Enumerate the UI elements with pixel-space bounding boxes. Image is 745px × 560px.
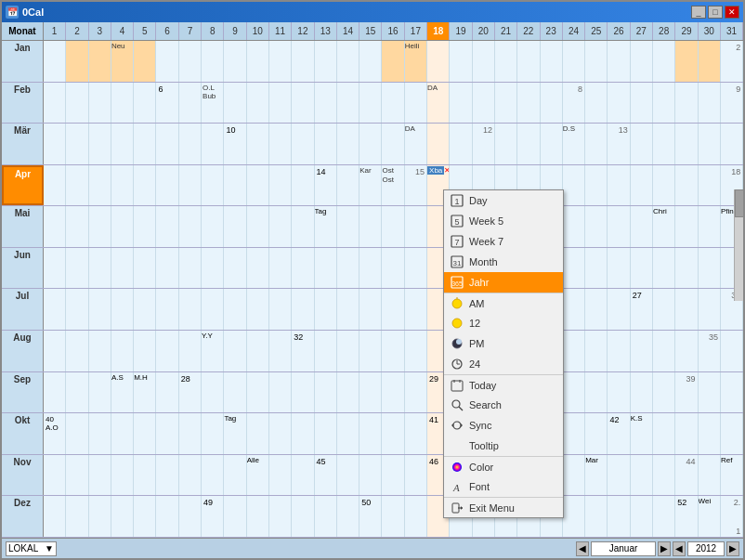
cell-feb-15[interactable] (359, 83, 382, 124)
cell-aug-2[interactable] (66, 331, 88, 371)
cell-mar-20[interactable]: 12 (473, 124, 495, 164)
cell-dez-8[interactable]: 49 (202, 496, 224, 537)
cell-feb-22[interactable] (517, 83, 540, 124)
cell-apr-30[interactable] (699, 165, 721, 206)
cell-mai-15[interactable] (359, 206, 382, 247)
cell-jul-2[interactable] (66, 289, 88, 330)
cell-jul-26[interactable] (608, 289, 630, 330)
cell-mai-3[interactable] (89, 206, 111, 247)
cell-aug-5[interactable] (134, 331, 156, 371)
cell-feb-20[interactable] (473, 83, 495, 124)
cell-aug-3[interactable] (89, 331, 111, 371)
cell-feb-12[interactable] (292, 83, 314, 124)
cell-jan-8[interactable] (202, 41, 224, 82)
cell-sep-9[interactable] (224, 372, 246, 413)
cell-dez-1[interactable] (44, 496, 66, 537)
cell-feb-21[interactable] (495, 83, 517, 124)
cell-mai-12[interactable] (292, 206, 314, 247)
cell-dez-7[interactable] (179, 496, 202, 537)
cell-mar-16[interactable] (382, 124, 404, 164)
cell-dez-16[interactable] (382, 496, 404, 537)
cell-jan-6[interactable] (156, 41, 178, 82)
cell-apr-7[interactable] (179, 165, 202, 206)
cell-jan-21[interactable] (495, 41, 517, 82)
cell-dez-3[interactable] (89, 496, 111, 537)
cell-jan-17[interactable]: Heili (405, 41, 427, 82)
cell-mai-7[interactable] (179, 206, 202, 247)
cell-sep-6[interactable] (156, 372, 178, 413)
cell-aug-17[interactable] (405, 331, 427, 371)
cell-jul-15[interactable] (359, 289, 382, 330)
year-prev-button[interactable]: ◀ (673, 541, 686, 556)
cell-okt-29[interactable] (675, 413, 698, 454)
cell-jan-28[interactable] (653, 41, 675, 82)
cell-dez-5[interactable] (134, 496, 156, 537)
cell-sep-4[interactable]: A.S (111, 372, 134, 413)
cell-mar-19[interactable] (450, 124, 472, 164)
cell-aug-31[interactable] (721, 331, 743, 371)
cell-jan-27[interactable] (631, 41, 653, 82)
cell-okt-14[interactable] (337, 413, 359, 454)
cell-apr-14[interactable] (337, 165, 359, 206)
cell-mar-29[interactable] (675, 124, 698, 164)
cell-mar-14[interactable] (337, 124, 359, 164)
cell-jul-17[interactable] (405, 289, 427, 330)
cell-apr-9[interactable] (224, 165, 246, 206)
cell-dez-14[interactable] (337, 496, 359, 537)
cell-mai-30[interactable] (699, 206, 721, 247)
cell-aug-11[interactable] (269, 331, 292, 371)
cell-jun-10[interactable] (247, 248, 269, 289)
cell-okt-26[interactable]: 42 (608, 413, 630, 454)
cell-dez-6[interactable] (156, 496, 178, 537)
cell-nov-11[interactable] (269, 455, 292, 496)
cell-jun-24[interactable] (563, 248, 585, 289)
cell-dez-11[interactable] (269, 496, 292, 537)
cell-nov-3[interactable] (89, 455, 111, 496)
cell-feb-1[interactable] (44, 83, 66, 124)
year-next-button[interactable]: ▶ (726, 541, 739, 556)
context-menu-scrollbar[interactable] (734, 189, 743, 301)
cell-jan-9[interactable] (224, 41, 246, 82)
cell-jan-14[interactable] (337, 41, 359, 82)
cell-mar-3[interactable] (89, 124, 111, 164)
cell-jun-8[interactable] (202, 248, 224, 289)
cell-jan-11[interactable] (269, 41, 292, 82)
cell-sep-31[interactable] (721, 372, 743, 413)
cell-mai-17[interactable] (405, 206, 427, 247)
cell-feb-3[interactable] (89, 83, 111, 124)
cell-okt-9[interactable]: Tag (224, 413, 246, 454)
cell-nov-27[interactable] (631, 455, 653, 496)
cell-mar-30[interactable] (699, 124, 721, 164)
cell-jan-13[interactable] (315, 41, 337, 82)
cell-okt-1[interactable]: 40A.O (44, 413, 66, 454)
cell-nov-16[interactable] (382, 455, 404, 496)
cell-nov-15[interactable] (359, 455, 382, 496)
cell-mai-14[interactable] (337, 206, 359, 247)
cell-jun-9[interactable] (224, 248, 246, 289)
cell-okt-5[interactable] (134, 413, 156, 454)
cell-okt-3[interactable] (89, 413, 111, 454)
cell-jul-7[interactable] (179, 289, 202, 330)
cell-mar-15[interactable] (359, 124, 382, 164)
cell-jul-11[interactable] (269, 289, 292, 330)
cell-okt-16[interactable] (382, 413, 404, 454)
cell-jun-26[interactable] (608, 248, 630, 289)
cell-jun-12[interactable] (292, 248, 314, 289)
cell-mai-28[interactable]: Chri (653, 206, 675, 247)
cell-feb-29[interactable] (675, 83, 698, 124)
menu-item-week7[interactable]: 7 Week 7 (444, 231, 563, 252)
cell-apr-6[interactable] (156, 165, 178, 206)
cell-mai-16[interactable] (382, 206, 404, 247)
month-prev-button[interactable]: ◀ (576, 541, 589, 556)
cell-dez-2[interactable] (66, 496, 88, 537)
cell-mai-13[interactable]: Tag (315, 206, 337, 247)
cell-jul-30[interactable] (699, 289, 721, 330)
cell-aug-16[interactable] (382, 331, 404, 371)
cell-dez-15[interactable]: 50 (359, 496, 382, 537)
cell-mar-11[interactable] (269, 124, 292, 164)
menu-item-day[interactable]: 1 Day (444, 190, 563, 211)
cell-sep-3[interactable] (89, 372, 111, 413)
cell-apr-2[interactable] (66, 165, 88, 206)
cell-apr-25[interactable] (585, 165, 608, 206)
scrollbar-thumb[interactable] (735, 189, 743, 217)
